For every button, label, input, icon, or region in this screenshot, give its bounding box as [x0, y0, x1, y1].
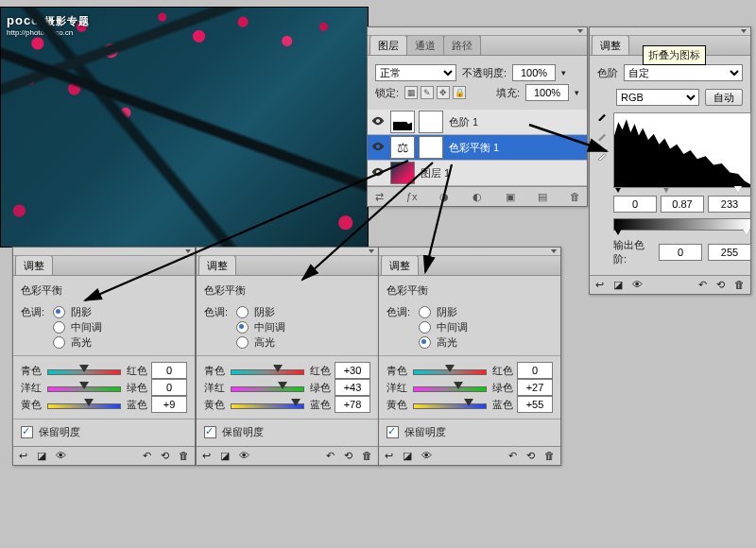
cb-slider-2[interactable]	[231, 382, 304, 395]
eye-icon[interactable]: 👁	[421, 450, 432, 462]
radio-mid[interactable]	[236, 321, 249, 334]
return-icon[interactable]: ↩	[19, 450, 27, 462]
eye-icon[interactable]: 👁	[56, 450, 66, 462]
cb-slider-1[interactable]	[47, 365, 121, 378]
trash-icon[interactable]: 🗑	[179, 450, 189, 462]
visibility-icon[interactable]	[368, 116, 388, 128]
tab-paths[interactable]: 路径	[443, 35, 481, 55]
in-white-input[interactable]	[708, 196, 751, 213]
cb-value-3[interactable]	[517, 396, 553, 413]
trash-icon[interactable]: 🗑	[544, 450, 555, 462]
radio-hi[interactable]	[419, 336, 431, 349]
cb-slider-1[interactable]	[231, 365, 304, 378]
folder-icon[interactable]: ▣	[503, 190, 518, 203]
radio-mid[interactable]	[419, 321, 431, 334]
cb-value-3[interactable]	[335, 396, 370, 413]
radio-hi[interactable]	[53, 336, 65, 349]
gray-dropper-icon[interactable]	[597, 128, 610, 143]
cb-slider-3[interactable]	[413, 399, 487, 412]
in-gamma-input[interactable]	[661, 196, 704, 213]
reset-icon[interactable]: ⟲	[716, 279, 725, 291]
cb-value-2[interactable]	[151, 379, 187, 396]
reset-icon[interactable]: ⟲	[161, 450, 169, 462]
white-dropper-icon[interactable]	[597, 148, 610, 163]
chevron-down-icon[interactable]: ▾	[561, 68, 566, 77]
tab-adjust[interactable]: 调整	[592, 35, 629, 55]
adjust-icon[interactable]: ◐	[470, 190, 485, 203]
cb-value-1[interactable]	[517, 362, 553, 379]
return-icon[interactable]: ↩	[595, 279, 604, 291]
layer-row-levels[interactable]: 色阶 1	[368, 110, 587, 135]
fx-icon[interactable]: ƒx	[404, 190, 420, 203]
panel-grip[interactable]	[379, 248, 560, 256]
mask-icon[interactable]: ◑	[437, 190, 452, 203]
layer-row-image[interactable]: 图层 1	[368, 161, 587, 186]
eye-icon[interactable]: 👁	[632, 279, 643, 291]
panel-grip[interactable]	[590, 27, 750, 36]
cb-slider-3[interactable]	[231, 399, 304, 412]
preserve-checkbox[interactable]	[204, 426, 216, 438]
lock-transparent-icon[interactable]: ▦	[404, 86, 418, 99]
radio-hi[interactable]	[236, 336, 249, 349]
radio-mid[interactable]	[53, 321, 65, 334]
prev-icon[interactable]: ↶	[508, 450, 517, 462]
eye-icon[interactable]: 👁	[239, 450, 249, 462]
cb-slider-3[interactable]	[47, 399, 121, 412]
prev-icon[interactable]: ↶	[326, 450, 335, 462]
black-dropper-icon[interactable]	[597, 109, 610, 123]
auto-button[interactable]: 自动	[705, 89, 743, 106]
panel-grip[interactable]	[368, 27, 587, 36]
cb-value-2[interactable]	[335, 379, 370, 396]
cb-value-3[interactable]	[151, 396, 187, 413]
preset-select[interactable]: 自定	[624, 64, 743, 81]
layer-row-colorbalance[interactable]: 色彩平衡 1	[368, 135, 587, 161]
preserve-checkbox[interactable]	[387, 426, 399, 438]
panel-grip[interactable]	[197, 248, 378, 256]
reset-icon[interactable]: ⟲	[344, 450, 352, 462]
cb-value-2[interactable]	[517, 379, 553, 396]
cb-slider-2[interactable]	[413, 382, 487, 395]
mask-thumb[interactable]	[419, 111, 443, 133]
layer-name[interactable]: 色阶 1	[449, 115, 478, 129]
visibility-icon[interactable]	[368, 142, 388, 153]
prev-icon[interactable]: ↶	[698, 279, 707, 291]
opacity-input[interactable]	[512, 64, 556, 81]
return-icon[interactable]: ↩	[385, 450, 393, 462]
clip-icon[interactable]: ◪	[220, 450, 230, 462]
prev-icon[interactable]: ↶	[143, 450, 151, 462]
mask-thumb[interactable]	[419, 136, 443, 159]
output-sliders[interactable]	[613, 229, 751, 235]
link-icon[interactable]: ⇄	[371, 190, 387, 203]
cb-value-1[interactable]	[335, 362, 370, 379]
trash-icon[interactable]: 🗑	[568, 190, 583, 203]
panel-grip[interactable]	[13, 248, 195, 256]
new-layer-icon[interactable]: ▤	[535, 190, 550, 203]
channel-select[interactable]: RGB	[616, 89, 699, 106]
reset-icon[interactable]: ⟲	[526, 450, 535, 462]
out-black-input[interactable]	[659, 244, 702, 261]
tab-adjust[interactable]: 调整	[381, 255, 419, 275]
cb-slider-2[interactable]	[47, 382, 121, 395]
radio-shadows[interactable]	[236, 306, 249, 318]
radio-shadows[interactable]	[419, 306, 431, 318]
clip-icon[interactable]: ◪	[613, 279, 623, 291]
clip-icon[interactable]: ◪	[37, 450, 46, 462]
clip-icon[interactable]: ◪	[403, 450, 412, 462]
out-white-input[interactable]	[708, 244, 751, 261]
tab-adjust[interactable]: 调整	[198, 255, 236, 275]
trash-icon[interactable]: 🗑	[362, 450, 372, 462]
trash-icon[interactable]: 🗑	[734, 279, 745, 291]
tab-layers[interactable]: 图层	[369, 35, 407, 55]
visibility-icon[interactable]	[368, 167, 388, 179]
lock-position-icon[interactable]: ✥	[437, 86, 450, 99]
layer-name[interactable]: 色彩平衡 1	[449, 141, 499, 155]
preserve-checkbox[interactable]	[21, 426, 33, 438]
chevron-down-icon[interactable]: ▾	[575, 88, 579, 97]
tab-channels[interactable]: 通道	[406, 35, 444, 55]
tab-adjust[interactable]: 调整	[15, 255, 53, 275]
lock-all-icon[interactable]: 🔒	[453, 86, 466, 99]
cb-value-1[interactable]	[151, 362, 187, 379]
lock-pixels-icon[interactable]: ✎	[421, 86, 434, 99]
layer-name[interactable]: 图层 1	[421, 166, 450, 180]
cb-slider-1[interactable]	[413, 365, 487, 378]
